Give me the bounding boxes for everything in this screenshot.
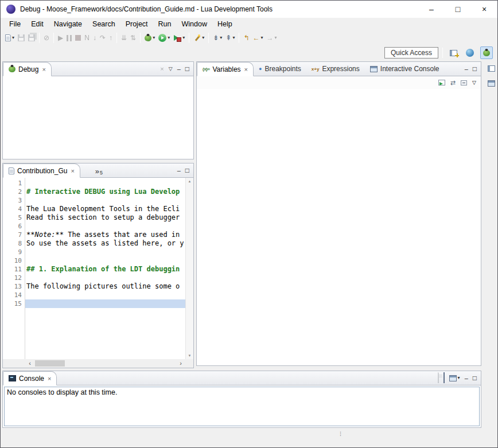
show-type-names-icon[interactable] [438, 80, 445, 85]
editor-line[interactable] [25, 256, 185, 265]
editor-line[interactable] [25, 274, 185, 282]
tab-variables-close-icon[interactable]: × [244, 66, 248, 73]
editor-vertical-scrollbar[interactable]: ▲ ▼ [185, 178, 193, 359]
minimized-view-restore-button[interactable] [485, 63, 497, 74]
menu-window[interactable]: Window [177, 18, 212, 30]
save-all-button[interactable] [26, 31, 37, 45]
line-number-ruler[interactable]: 1 2 3 4 5 6 7 8 9 10 11 12 13 14 15 [10, 178, 25, 359]
menu-edit[interactable]: Edit [26, 18, 49, 30]
tab-breakpoints[interactable]: ● Breakpoints [254, 62, 306, 76]
minimized-view-restore-button-2[interactable] [485, 77, 497, 89]
open-task-dropdown-icon[interactable]: ▾ [202, 36, 204, 40]
variables-minimize-button[interactable]: – [465, 66, 468, 72]
next-annotation-button[interactable]: ⇟ ▾ [211, 31, 224, 45]
window-close-button[interactable]: × [471, 1, 497, 18]
horizontal-sash-console[interactable] [2, 368, 481, 371]
use-step-filters-button[interactable]: ⇅ [129, 31, 138, 45]
quick-access-field[interactable]: Quick Access [384, 47, 438, 59]
menu-file[interactable]: File [4, 18, 26, 30]
variables-view-menu-icon[interactable]: ▽ [472, 80, 476, 85]
menu-help[interactable]: Help [212, 18, 238, 30]
terminate-button[interactable] [73, 31, 83, 45]
debug-view-minimize-button[interactable]: – [177, 66, 181, 72]
tab-console[interactable]: Console × [3, 371, 57, 385]
step-return-button[interactable]: ↑ [107, 31, 114, 45]
pin-console-button[interactable] [438, 373, 439, 383]
scrollbar-thumb[interactable] [35, 360, 65, 367]
remove-terminated-icon[interactable]: × [160, 66, 164, 72]
new-wizard-button[interactable]: ▾ [3, 31, 16, 45]
tab-expressions[interactable]: x+y Expressions [306, 62, 365, 76]
ldt-perspective-button[interactable] [464, 46, 476, 59]
variables-maximize-button[interactable]: □ [473, 65, 477, 72]
annotation-ruler[interactable] [3, 178, 10, 359]
tab-console-close-icon[interactable]: × [48, 375, 51, 382]
scroll-right-icon[interactable]: › [177, 359, 185, 368]
editor-line[interactable] [25, 179, 185, 188]
editor-horizontal-scrollbar[interactable]: ‹ › [26, 359, 185, 368]
statusbar-splitter-handle[interactable]: ⋮ [338, 431, 343, 437]
editor-line[interactable]: The Lua Development Tools in the Ecli [25, 205, 185, 213]
tab-interactive-console[interactable]: Interactive Console [365, 62, 445, 76]
editor-line[interactable]: Read this section to setup a debugger [25, 213, 185, 222]
open-console-dropdown-icon[interactable]: ▾ [458, 376, 460, 380]
editor-line[interactable]: # Interactive DEBUG using Lua Develop [25, 188, 185, 196]
disconnect-button[interactable]: N [83, 31, 91, 45]
debug-view-menu-icon[interactable]: ▽ [169, 67, 173, 72]
new-wizard-dropdown-icon[interactable]: ▾ [12, 36, 14, 40]
run-dropdown-icon[interactable]: ▾ [168, 36, 170, 40]
debug-perspective-button[interactable] [480, 46, 493, 59]
editor-line[interactable] [25, 222, 185, 231]
window-minimize-button[interactable]: – [418, 1, 445, 18]
open-console-button[interactable]: ▾ [449, 375, 460, 381]
console-minimize-button[interactable]: – [465, 375, 468, 381]
scroll-up-icon[interactable]: ▲ [186, 180, 193, 183]
editor-tab-overflow-button[interactable]: » 5 [92, 167, 106, 177]
editor-line[interactable] [25, 291, 185, 299]
drop-to-frame-button[interactable]: ⇊ [119, 31, 129, 45]
console-text-area[interactable]: No consoles to display at this time. [4, 387, 480, 426]
tab-contribution-guide-close-icon[interactable]: × [71, 167, 74, 174]
run-launch-button[interactable]: ▾ [157, 31, 172, 45]
tab-contribution-guide[interactable]: Contribution_Gu × [3, 163, 80, 178]
editor-line[interactable]: ## 1. Explanation of the LDT debuggin [25, 265, 185, 274]
editor-line[interactable] [25, 196, 185, 205]
save-button[interactable] [16, 31, 26, 45]
forward-dropdown-icon[interactable]: ▾ [274, 36, 277, 40]
show-logical-structure-icon[interactable]: ⇄ [450, 79, 456, 87]
open-perspective-button[interactable] [447, 46, 460, 59]
back-dropdown-icon[interactable]: ▾ [260, 36, 263, 40]
open-task-button[interactable]: ▾ [192, 31, 206, 45]
editor-line[interactable]: The following pictures outline some o [25, 282, 185, 291]
debug-launch-button[interactable]: ▾ [143, 31, 157, 45]
collapse-all-icon[interactable] [461, 80, 467, 85]
debug-dropdown-icon[interactable]: ▾ [153, 36, 155, 40]
external-tools-dropdown-icon[interactable]: ▾ [182, 36, 185, 40]
forward-button[interactable]: → ▾ [264, 31, 278, 45]
tab-debug-close-icon[interactable]: × [42, 66, 45, 73]
horizontal-sash-debug-editor[interactable] [2, 159, 194, 163]
resume-button[interactable]: ▶ [56, 31, 65, 45]
editor-maximize-button[interactable]: □ [185, 167, 189, 174]
menu-search[interactable]: Search [87, 18, 120, 30]
next-annotation-dropdown-icon[interactable]: ▾ [220, 36, 222, 40]
editor-line[interactable]: **Note:** The assets that are used in [25, 231, 185, 239]
previous-annotation-dropdown-icon[interactable]: ▾ [232, 36, 235, 40]
suspend-button[interactable] [65, 31, 73, 45]
menu-run[interactable]: Run [153, 18, 177, 30]
last-edit-location-button[interactable]: ↰ [242, 31, 251, 45]
scrollbar-track[interactable] [34, 359, 177, 368]
menu-navigate[interactable]: Navigate [49, 18, 87, 30]
display-console-button[interactable] [443, 373, 445, 383]
skip-all-breakpoints-button[interactable]: ⊘ [42, 31, 51, 45]
tab-debug[interactable]: Debug × [3, 62, 52, 76]
window-maximize-button[interactable]: □ [445, 1, 471, 18]
debug-view-maximize-button[interactable]: □ [185, 65, 189, 72]
editor-current-line[interactable] [25, 299, 185, 308]
scroll-left-icon[interactable]: ‹ [26, 359, 34, 368]
console-maximize-button[interactable]: □ [473, 375, 477, 381]
editor-minimize-button[interactable]: – [177, 167, 181, 174]
external-tools-button[interactable]: ▾ [172, 31, 186, 45]
scroll-down-icon[interactable]: ▼ [186, 354, 193, 357]
menu-project[interactable]: Project [120, 18, 153, 30]
